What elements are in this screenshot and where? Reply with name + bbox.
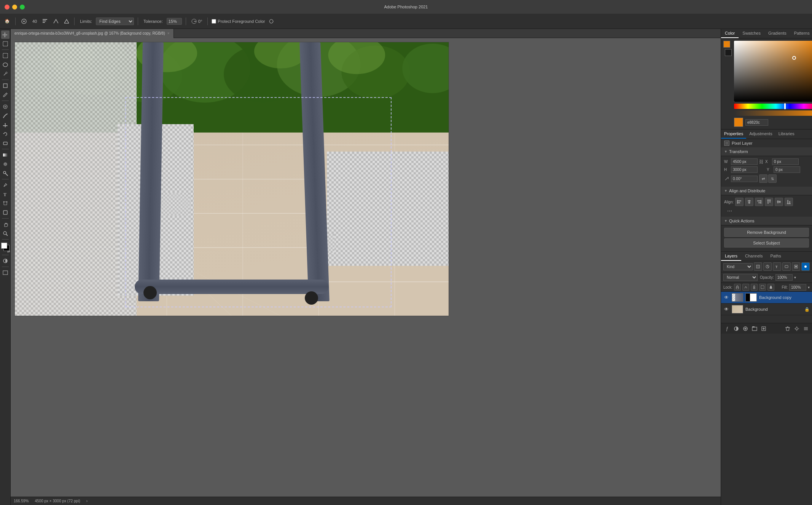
- layer-item-background-copy[interactable]: 👁 Background copy: [721, 292, 812, 304]
- blend-mode-select[interactable]: Normal Dissolve Multiply Screen Overlay: [723, 274, 758, 281]
- canvas-tab-main[interactable]: enrique-ortega-miranda-b3xo3WvH_g8-unspl…: [11, 29, 174, 38]
- layers-options-icon[interactable]: [802, 325, 810, 332]
- select-subject-btn[interactable]: Select Subject: [724, 238, 809, 248]
- lock-position-btn[interactable]: [751, 284, 758, 291]
- foreground-color[interactable]: [1, 243, 7, 249]
- align-top-btn[interactable]: [765, 198, 773, 206]
- limits-select[interactable]: Find Edges Contiguous Discontiguous: [96, 18, 134, 25]
- flip-h-btn[interactable]: ⇄: [759, 174, 767, 183]
- tool-mode-1[interactable]: [51, 18, 60, 25]
- foreground-swatch[interactable]: [723, 41, 730, 48]
- fill-input[interactable]: 100%: [789, 284, 806, 291]
- tab-color[interactable]: Color: [721, 29, 739, 38]
- filter-pixel-btn[interactable]: [754, 262, 762, 271]
- status-arrow[interactable]: ›: [86, 499, 88, 503]
- lock-artboard-btn[interactable]: [759, 284, 766, 291]
- tab-swatches[interactable]: Swatches: [739, 29, 764, 38]
- layer-visibility-bg[interactable]: 👁: [723, 307, 729, 312]
- layers-filter-select[interactable]: Kind Name Effect Mode: [723, 263, 753, 270]
- canvas-viewport[interactable]: [11, 38, 721, 497]
- screen-mode-tool[interactable]: [1, 268, 10, 277]
- align-center-v-btn[interactable]: [775, 198, 783, 206]
- foreground-background-colors[interactable]: ⇄: [0, 243, 10, 253]
- hand-tool[interactable]: [1, 220, 10, 229]
- gradient-tool[interactable]: [1, 151, 10, 159]
- swap-colors-icon[interactable]: ⇄: [7, 249, 10, 253]
- tab-channels[interactable]: Channels: [741, 252, 766, 261]
- tab-paths[interactable]: Paths: [767, 252, 785, 261]
- lock-all-btn[interactable]: [767, 284, 774, 291]
- crop-tool[interactable]: [1, 82, 10, 90]
- lock-image-btn[interactable]: [742, 284, 749, 291]
- clone-stamp-tool[interactable]: [1, 121, 10, 129]
- remove-background-btn[interactable]: Remove Background: [724, 228, 809, 237]
- maximize-button[interactable]: [20, 5, 25, 10]
- tab-libraries[interactable]: Libraries: [775, 129, 798, 139]
- width-input[interactable]: 4500 px: [731, 158, 758, 165]
- brush-tool-icon[interactable]: [19, 18, 29, 25]
- brush-tool[interactable]: [1, 112, 10, 120]
- layer-item-background[interactable]: 👁 Background 🔒: [721, 304, 812, 315]
- opacity-chevron[interactable]: ▾: [794, 275, 796, 280]
- zoom-tool[interactable]: [1, 229, 10, 238]
- history-brush-tool[interactable]: [1, 130, 10, 138]
- add-layer-mask-btn[interactable]: [732, 325, 740, 332]
- height-input[interactable]: 3000 px: [731, 166, 758, 173]
- pen-tool[interactable]: [1, 181, 10, 189]
- filter-adjustment-btn[interactable]: [763, 262, 772, 271]
- flip-v-btn[interactable]: ⇅: [768, 174, 777, 183]
- new-layer-btn[interactable]: [760, 325, 767, 332]
- artboard-tool[interactable]: [1, 40, 10, 48]
- tab-adjustments[interactable]: Adjustments: [746, 129, 775, 139]
- minimize-button[interactable]: [12, 5, 17, 10]
- photo-canvas[interactable]: [14, 42, 449, 316]
- tab-layers[interactable]: Layers: [721, 252, 741, 261]
- color-hex-input[interactable]: e8820c: [745, 119, 768, 126]
- y-input[interactable]: 0 px: [774, 166, 800, 173]
- opacity-input[interactable]: 100%: [775, 274, 793, 281]
- tab-properties[interactable]: Properties: [721, 129, 746, 139]
- eyedropper-tool[interactable]: [1, 91, 10, 99]
- tool-mode-2[interactable]: [62, 18, 70, 25]
- align-right-btn[interactable]: [755, 198, 763, 206]
- quick-actions-header[interactable]: ▼ Quick Actions: [721, 217, 812, 225]
- angle-input[interactable]: [731, 176, 758, 182]
- chain-icon[interactable]: ⛓: [759, 159, 764, 165]
- transform-section-header[interactable]: ▼ Transform: [721, 147, 812, 156]
- align-left-btn[interactable]: [735, 198, 744, 206]
- close-button[interactable]: [5, 5, 10, 10]
- align-section-header[interactable]: ▼ Align and Distribute: [721, 187, 812, 195]
- align-bottom-btn[interactable]: [785, 198, 793, 206]
- color-gradient-box[interactable]: [734, 41, 812, 102]
- x-input[interactable]: 0 px: [772, 158, 799, 165]
- background-swatch[interactable]: [725, 49, 732, 56]
- path-select-tool[interactable]: [1, 199, 10, 208]
- tab-gradients[interactable]: Gradients: [764, 29, 790, 38]
- shape-tool[interactable]: [1, 208, 10, 217]
- lasso-tool[interactable]: [1, 61, 10, 69]
- dodge-tool[interactable]: [1, 169, 10, 177]
- canvas-settings-icon[interactable]: [793, 325, 801, 332]
- filter-smartobj-btn[interactable]: [792, 262, 800, 271]
- add-layer-style-btn[interactable]: ƒ: [723, 325, 731, 332]
- tolerance-input[interactable]: [167, 18, 182, 25]
- delete-layer-btn[interactable]: [784, 325, 791, 332]
- new-adjustment-btn[interactable]: [742, 325, 749, 332]
- new-group-btn[interactable]: [751, 325, 758, 332]
- type-tool[interactable]: T: [1, 190, 10, 198]
- marquee-tool[interactable]: [1, 51, 10, 60]
- filter-type-btn[interactable]: T: [773, 262, 781, 271]
- home-icon[interactable]: 🏠: [3, 18, 11, 24]
- eraser-tool[interactable]: [1, 139, 10, 147]
- layer-visibility-bg-copy[interactable]: 👁: [723, 295, 729, 300]
- color-preview-swatch[interactable]: [734, 118, 743, 127]
- lock-transparent-btn[interactable]: [734, 284, 741, 291]
- align-center-h-btn[interactable]: [745, 198, 753, 206]
- canvas-tab-close[interactable]: ×: [167, 31, 170, 35]
- move-tool[interactable]: [1, 30, 10, 39]
- healing-brush-tool[interactable]: [1, 102, 10, 111]
- more-options-btn[interactable]: ···: [724, 208, 809, 214]
- magic-wand-tool[interactable]: [1, 70, 10, 78]
- layer-visibility-toggle-btn[interactable]: [801, 262, 810, 271]
- blur-tool[interactable]: [1, 160, 10, 168]
